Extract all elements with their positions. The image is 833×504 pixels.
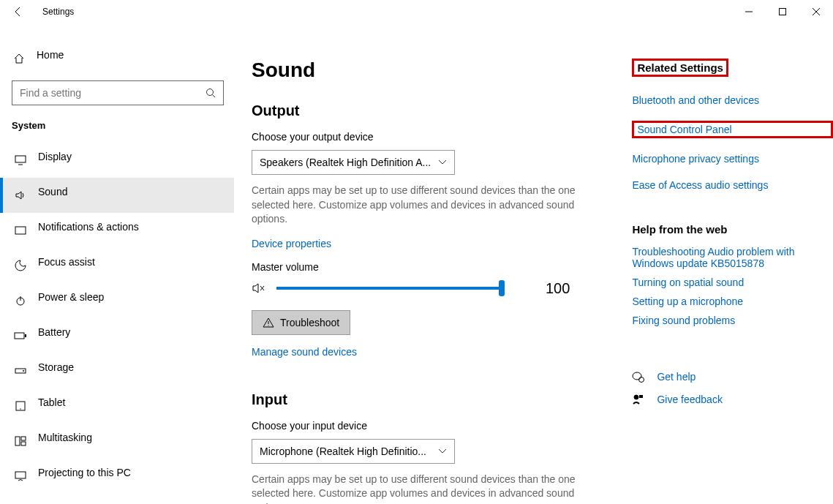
get-help-link[interactable]: Get help xyxy=(657,371,696,383)
feedback-icon xyxy=(632,394,647,405)
input-choose-label: Choose your input device xyxy=(252,420,610,432)
troubleshoot-button[interactable]: Troubleshoot xyxy=(252,310,350,335)
window-title: Settings xyxy=(42,7,74,17)
slider-thumb[interactable] xyxy=(499,280,505,296)
help-link-3[interactable]: Fixing sound problems xyxy=(632,315,833,326)
output-heading: Output xyxy=(252,102,610,119)
svg-point-26 xyxy=(639,377,644,383)
nav-notifications[interactable]: Notifications & actions xyxy=(0,213,234,248)
projecting-icon xyxy=(13,471,28,481)
related-settings-title: Related Settings xyxy=(632,59,728,77)
input-desc: Certain apps may be set up to use differ… xyxy=(252,473,581,504)
input-device-dropdown[interactable]: Microphone (Realtek High Definitio... xyxy=(252,439,455,464)
battery-icon xyxy=(13,331,28,340)
multitasking-icon xyxy=(13,436,28,446)
output-device-dropdown[interactable]: Speakers (Realtek High Definition A... xyxy=(252,150,455,175)
troubleshoot-label: Troubleshoot xyxy=(280,317,339,328)
help-from-web-title: Help from the web xyxy=(632,223,833,236)
volume-value: 100 xyxy=(546,280,570,297)
warning-icon xyxy=(263,317,274,328)
get-help-icon xyxy=(632,370,647,383)
master-volume-slider[interactable] xyxy=(276,287,503,290)
svg-point-24 xyxy=(268,325,269,326)
output-device-properties-link[interactable]: Device properties xyxy=(252,238,331,249)
search-input[interactable] xyxy=(20,87,206,99)
nav-focus-assist[interactable]: Focus assist xyxy=(0,248,234,283)
sound-icon xyxy=(13,190,28,200)
nav-sound[interactable]: Sound xyxy=(0,178,234,213)
nav-storage[interactable]: Storage xyxy=(0,353,234,388)
svg-rect-28 xyxy=(639,395,643,398)
svg-rect-6 xyxy=(15,156,26,162)
input-heading: Input xyxy=(252,391,610,408)
nav-tablet[interactable]: Tablet xyxy=(0,388,234,424)
maximize-button[interactable] xyxy=(766,0,799,23)
svg-rect-20 xyxy=(15,472,26,478)
search-box[interactable] xyxy=(12,80,224,105)
help-link-0[interactable]: Troubleshooting Audio problem with Windo… xyxy=(632,246,833,269)
svg-rect-12 xyxy=(25,334,26,337)
tablet-icon xyxy=(13,401,28,411)
home-icon xyxy=(12,53,26,64)
svg-rect-17 xyxy=(15,437,20,445)
aside: Related Settings Bluetooth and other dev… xyxy=(632,59,833,504)
svg-rect-11 xyxy=(15,333,24,339)
output-choose-label: Choose your output device xyxy=(252,131,610,143)
output-desc: Certain apps may be set up to use differ… xyxy=(252,184,581,227)
manage-sound-devices-link[interactable]: Manage sound devices xyxy=(252,346,357,358)
svg-line-5 xyxy=(213,95,216,98)
nav-power-sleep[interactable]: Power & sleep xyxy=(0,283,234,318)
notifications-icon xyxy=(13,225,28,236)
search-icon xyxy=(206,88,216,98)
help-link-2[interactable]: Setting up a microphone xyxy=(632,296,833,307)
titlebar: Settings xyxy=(0,0,833,23)
sidebar-section-label: System xyxy=(12,120,222,131)
master-volume-label: Master volume xyxy=(252,261,610,273)
nav-multitasking[interactable]: Multitasking xyxy=(0,424,234,459)
svg-rect-1 xyxy=(780,9,786,15)
storage-icon xyxy=(13,366,28,375)
output-device-value: Speakers (Realtek High Definition A... xyxy=(260,157,438,168)
svg-point-25 xyxy=(633,372,641,380)
svg-point-27 xyxy=(634,395,638,399)
link-ease-of-access[interactable]: Ease of Access audio settings xyxy=(632,179,833,191)
page-title: Sound xyxy=(252,59,610,82)
minimize-button[interactable] xyxy=(732,0,766,23)
nav-projecting[interactable]: Projecting to this PC xyxy=(0,459,234,494)
svg-rect-8 xyxy=(15,227,26,234)
link-mic-privacy[interactable]: Microphone privacy settings xyxy=(632,153,833,165)
link-bluetooth[interactable]: Bluetooth and other devices xyxy=(632,94,833,106)
input-device-value: Microphone (Realtek High Definitio... xyxy=(260,445,438,457)
sidebar: Home System Display Sound Notifications … xyxy=(0,23,234,504)
back-button[interactable] xyxy=(12,5,25,18)
mute-icon[interactable] xyxy=(252,282,269,295)
help-link-1[interactable]: Turning on spatial sound xyxy=(632,277,833,288)
nav-display[interactable]: Display xyxy=(0,143,234,178)
chevron-down-icon xyxy=(438,159,447,165)
nav-battery[interactable]: Battery xyxy=(0,318,234,353)
focus-assist-icon xyxy=(13,260,28,271)
give-feedback-link[interactable]: Give feedback xyxy=(657,394,723,405)
window-controls xyxy=(732,0,833,23)
svg-point-14 xyxy=(23,370,24,372)
give-feedback-row[interactable]: Give feedback xyxy=(632,394,833,405)
power-icon xyxy=(13,295,28,306)
get-help-row[interactable]: Get help xyxy=(632,370,833,383)
link-sound-control-panel[interactable]: Sound Control Panel xyxy=(632,121,833,138)
svg-point-16 xyxy=(20,408,20,409)
svg-rect-18 xyxy=(21,437,26,440)
close-button[interactable] xyxy=(799,0,833,23)
svg-rect-19 xyxy=(21,442,26,445)
main-content: Sound Output Choose your output device S… xyxy=(252,59,610,504)
home-label: Home xyxy=(37,49,64,61)
chevron-down-icon xyxy=(438,448,447,454)
svg-point-4 xyxy=(207,89,214,96)
display-icon xyxy=(13,155,28,165)
home-nav[interactable]: Home xyxy=(12,44,222,73)
